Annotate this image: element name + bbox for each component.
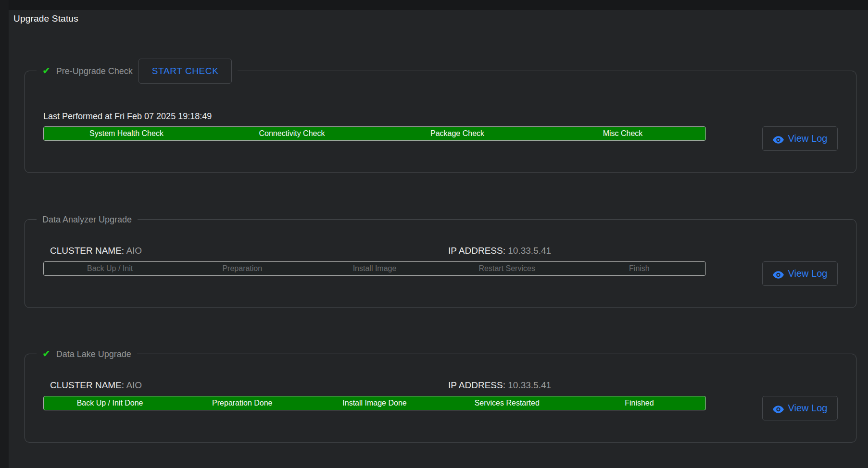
view-log-label: View Log: [788, 403, 828, 414]
cluster-name-value: AIO: [126, 246, 142, 256]
cluster-info-row: CLUSTER NAME: AIO IP ADDRESS: 10.33.5.41: [43, 246, 706, 257]
pre-upgrade-check-panel: ✔ Pre-Upgrade Check START CHECK Last Per…: [25, 71, 856, 173]
cluster-name-label: CLUSTER NAME:: [50, 380, 124, 390]
data-analyzer-upgrade-legend: Data Analyzer Upgrade: [37, 214, 138, 225]
view-log-label: View Log: [788, 133, 828, 144]
data-analyzer-upgrade-panel: Data Analyzer Upgrade CLUSTER NAME: AIO …: [25, 219, 856, 308]
pre-check-progress-bar: System Health Check Connectivity Check P…: [43, 126, 706, 141]
section-title: Pre-Upgrade Check: [56, 66, 133, 76]
step-label: Finish: [573, 262, 705, 275]
step-label: Restart Services: [441, 262, 573, 275]
ip-address-value: 10.33.5.41: [508, 246, 551, 256]
step-label: Preparation: [176, 262, 308, 275]
view-log-button[interactable]: View Log: [762, 396, 838, 420]
step-label: Back Up / Init Done: [44, 396, 176, 410]
eye-icon: [773, 405, 784, 412]
view-log-label: View Log: [788, 268, 828, 279]
step-label: Install Image: [308, 262, 440, 275]
check-icon: ✔: [42, 349, 50, 358]
step-label: Services Restarted: [441, 396, 573, 410]
step-label: Connectivity Check: [209, 127, 375, 140]
cluster-name: CLUSTER NAME: AIO: [50, 246, 142, 256]
view-log-button[interactable]: View Log: [762, 126, 838, 151]
eye-icon: [773, 135, 784, 143]
page-title: Upgrade Status: [13, 13, 78, 24]
data-lake-upgrade-panel: ✔ Data Lake Upgrade CLUSTER NAME: AIO IP…: [25, 354, 856, 443]
section-title: Data Lake Upgrade: [56, 349, 131, 359]
step-label: Misc Check: [540, 127, 705, 140]
check-icon: ✔: [42, 66, 50, 75]
cluster-name-label: CLUSTER NAME:: [50, 246, 124, 256]
last-performed-text: Last Performed at Fri Feb 07 2025 19:18:…: [43, 111, 212, 122]
ip-address-label: IP ADDRESS:: [448, 246, 505, 256]
section-title: Data Analyzer Upgrade: [42, 215, 132, 225]
step-label: Finished: [573, 396, 705, 410]
analyzer-progress-bar: Back Up / Init Preparation Install Image…: [43, 261, 706, 276]
eye-icon: [773, 270, 784, 278]
step-label: Back Up / Init: [44, 262, 176, 275]
window-top-strip: [0, 0, 868, 10]
view-log-button[interactable]: View Log: [762, 261, 838, 286]
ip-address: IP ADDRESS: 10.33.5.41: [448, 380, 551, 391]
cluster-info-row: CLUSTER NAME: AIO IP ADDRESS: 10.33.5.41: [43, 380, 706, 392]
pre-upgrade-check-legend: ✔ Pre-Upgrade Check START CHECK: [37, 59, 238, 84]
cluster-name-value: AIO: [126, 380, 142, 390]
step-label: Package Check: [375, 127, 540, 140]
lake-progress-bar: Back Up / Init Done Preparation Done Ins…: [43, 396, 706, 410]
step-label: System Health Check: [44, 127, 209, 140]
ip-address-label: IP ADDRESS:: [448, 380, 505, 390]
ip-address-value: 10.33.5.41: [508, 380, 551, 390]
start-check-button[interactable]: START CHECK: [138, 59, 232, 84]
window-left-strip: [0, 0, 9, 468]
step-label: Install Image Done: [308, 396, 440, 410]
data-lake-upgrade-legend: ✔ Data Lake Upgrade: [37, 348, 137, 360]
cluster-name: CLUSTER NAME: AIO: [50, 380, 142, 391]
step-label: Preparation Done: [176, 396, 308, 410]
ip-address: IP ADDRESS: 10.33.5.41: [448, 246, 551, 256]
